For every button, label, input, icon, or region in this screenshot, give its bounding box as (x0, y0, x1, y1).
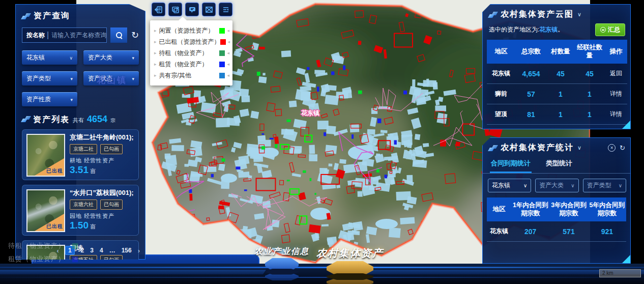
asset-category: 耕地 经营性资产 (70, 157, 134, 164)
hexagon-pedestal-icon (327, 261, 373, 284)
page-button-2[interactable]: 2 (81, 247, 84, 254)
map-scale-bar: 2 km (599, 269, 641, 277)
pagination: ‹ 1 2 3 4 … 156 › (16, 246, 140, 255)
panel-corner-deco (622, 255, 630, 263)
detail-link[interactable]: 详情 (605, 84, 627, 104)
deco-slab (0, 270, 266, 274)
stats-asset-type-select[interactable]: 资产类型∨ (583, 179, 626, 192)
chevron-down-icon: ▾ (70, 76, 73, 81)
stats-tabs: 合同到期统计 类型统计 (483, 155, 630, 174)
status-ribbon: 已出租 (35, 158, 64, 176)
legend-item[interactable]: ▸ 共有宗/其他 ◂ (150, 70, 232, 81)
legend-item[interactable]: ▸ 已出租（资源性资产） ◂ (150, 36, 232, 47)
back-link[interactable]: 返回 (605, 64, 627, 84)
asset-tag: 京塘六社 (70, 200, 97, 210)
table-row: 花东镇 207 571 921 (487, 221, 626, 242)
stats-asset-class-select[interactable]: 资产大类∨ (535, 179, 578, 192)
map-toolbar (152, 3, 232, 16)
page-button-1[interactable]: 1 (65, 246, 75, 255)
table-row: 港头 115 1 1 详情 (487, 125, 627, 129)
legend-item[interactable]: ▸ 待租（物业资产） ◂ (150, 47, 232, 59)
arrow-left-icon: ◂ (227, 50, 229, 55)
legend-bubble-icon[interactable] (185, 3, 199, 16)
legend-color-chip (219, 50, 225, 56)
bottom-navigation: 农业产业信息 农村集体资产 (254, 246, 384, 284)
page-ellipsis: … (109, 247, 115, 254)
arrow-left-icon: ◂ (228, 39, 230, 44)
asset-class-select[interactable]: 资产大类▾ (83, 50, 139, 65)
panel-title-icon (489, 12, 497, 18)
chevron-down-icon: ▾ (132, 76, 134, 81)
refresh-icon[interactable]: ↻ (131, 31, 139, 40)
collapse-icon[interactable]: ∨ (577, 145, 582, 151)
asset-tag: 已勾画 (100, 144, 123, 154)
contract-expiry-table: 地区 1年内合同到期宗数 3年内合同到期宗数 5年内合同到期宗数 花东镇 207… (487, 197, 626, 242)
clear-selection-icon[interactable] (202, 3, 216, 16)
rural-asset-cloud-panel: 农村集体资产云图 ∨ 选中的资产地区为: 花东镇 。 汇总 地区 总宗数 村数量… (482, 4, 631, 129)
legend-item[interactable]: ▸ 租赁（物业资产） ◂ (150, 59, 232, 70)
chevron-down-icon: ▾ (132, 55, 134, 61)
town-select[interactable]: 花东镇∨ (22, 50, 77, 65)
search-button[interactable] (110, 27, 127, 43)
asset-thumbnail: 已出租 (26, 134, 65, 177)
arrow-left-icon: ◂ (227, 62, 229, 67)
asset-tag: 已勾画 (100, 200, 123, 210)
page-button-3[interactable]: 3 (90, 247, 94, 254)
tab-contract-expiry[interactable]: 合同到期统计 (490, 156, 532, 173)
region-asset-table: 地区 总宗数 村数量 经联社数量 操作 花东镇 4,654 45 45 返回 狮… (487, 40, 627, 129)
basemap-layers-icon[interactable] (168, 3, 182, 16)
tab-type-stats[interactable]: 类型统计 (545, 156, 573, 173)
chevron-down-icon: ∨ (69, 55, 73, 61)
legend-color-chip (219, 73, 225, 78)
asset-card[interactable]: 已出租 “水井口”荔枝园(001); 京塘六社 已勾画 园地 经营性资产 1.5… (22, 185, 139, 236)
legend-color-chip (219, 62, 225, 67)
arrow-left-icon: ◂ (227, 73, 229, 78)
page-button-156[interactable]: 156 (122, 247, 132, 254)
asset-title: “水井口”荔枝园(001); (70, 189, 134, 197)
legend-color-chip (220, 39, 226, 45)
rural-asset-stats-panel: 农村集体资产统计 ∨ × ↻ 合同到期统计 类型统计 花东镇∨ 资产大类∨ 资产… (482, 137, 631, 264)
chevron-down-icon: ▾ (70, 97, 73, 102)
asset-type-select[interactable]: 资产类型▾ (22, 71, 77, 86)
next-page-button[interactable]: › (138, 247, 140, 254)
panel-title-icon (489, 145, 497, 151)
prev-page-button[interactable]: ‹ (57, 247, 59, 254)
asset-category: 园地 经营性资产 (70, 212, 134, 220)
asset-card[interactable]: 已出租 京塘二社牛角岭(001); 京塘二社 已勾画 耕地 经营性资产 3.51… (22, 129, 139, 180)
asset-name-search-input[interactable]: 按名称 | 请输入资产名称查询 (22, 27, 107, 43)
page-button-4[interactable]: 4 (100, 247, 103, 254)
chevron-down-icon: ∨ (571, 183, 574, 188)
asset-area: 3.51 (70, 164, 89, 176)
table-row: 花东镇 4,654 45 45 返回 (487, 64, 627, 84)
stats-town-select[interactable]: 花东镇∨ (488, 179, 531, 192)
collapse-list-icon[interactable] (219, 3, 232, 16)
table-row: 望顶 81 1 1 详情 (487, 104, 627, 125)
legend-item[interactable]: ▸ 闲置（资源性资产） ◂ (150, 25, 232, 36)
close-icon[interactable]: × (608, 144, 616, 152)
nav-rural-collective-assets[interactable]: 农村集体资产 (316, 246, 384, 284)
asset-status-select[interactable]: 资产状态▾ (83, 71, 139, 86)
summary-icon (600, 27, 606, 33)
refresh-icon[interactable]: ↻ (620, 145, 625, 151)
asset-title: 京塘二社牛角岭(001); (70, 134, 134, 141)
dashboard: 花东镇 待租（物业资产） 租赁（物业资产） 花山镇 资产查询 按名称 | 请输入… (0, 0, 644, 284)
arrow-left-icon: ◂ (227, 28, 229, 33)
summary-button[interactable]: 汇总 (595, 23, 625, 36)
search-label: 按名称 (22, 31, 47, 40)
map-label-town: 花东镇 (301, 109, 319, 117)
collapse-icon[interactable]: ∨ (577, 11, 582, 18)
asset-list-title: 资产列表 (33, 115, 70, 125)
panel-corner-deco (622, 121, 630, 129)
stats-panel-title: 农村集体资产统计 ∨ (489, 143, 582, 153)
asset-nature-select[interactable]: 资产性质▾ (22, 92, 77, 106)
doc-export-icon[interactable] (152, 3, 165, 16)
status-ribbon: 已出租 (35, 214, 64, 231)
asset-area: 1.50 (70, 220, 89, 231)
selected-region-text: 选中的资产地区为: (489, 25, 539, 34)
nav-agriculture-industry-info[interactable]: 农业产业信息 (254, 246, 309, 280)
cloud-panel-title: 农村集体资产云图 ∨ (489, 9, 582, 20)
chevron-down-icon: ∨ (619, 183, 622, 188)
panel-title-icon (22, 116, 30, 122)
asset-card-list: 已出租 京塘二社牛角岭(001); 京塘二社 已勾画 耕地 经营性资产 3.51… (22, 129, 139, 266)
map-legend-popup: ▸ 闲置（资源性资产） ◂ ▸ 已出租（资源性资产） ◂ ▸ 待租（物业资产） … (150, 20, 232, 86)
